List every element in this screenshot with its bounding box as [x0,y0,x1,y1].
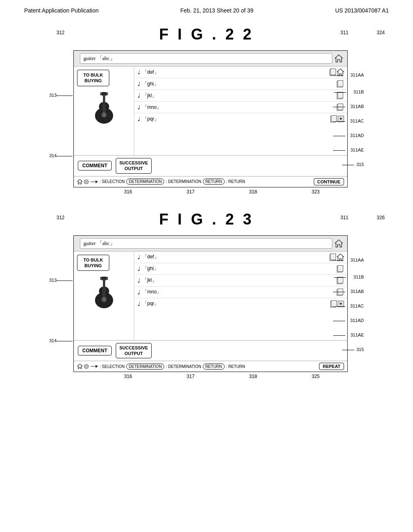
determination-box-22: DETERMINATION [126,179,164,185]
fig23-wrapper: guiter 「abc」 TO BULK BUYING [49,235,364,372]
song-item-22-2[interactable]: ♩ 「ghi」 [134,78,347,90]
ref-311AE-22: 311AE [350,148,364,152]
song-item-23-1[interactable]: ♩ 「def」 [134,251,347,263]
song-title-22-1: 「def」 [142,69,330,76]
song-item-23-2[interactable]: ♩ 「ghi」 [134,263,347,275]
bottom-panel-22: COMMENT SUCCESSIVE OUTPUT [74,155,347,176]
footer-det-label-23: : DETERMINATION [166,364,201,369]
ref-317-23: 317 [186,374,194,379]
disc-footer-icon-23 [83,364,89,369]
footer-selection-23: : SELECTION [100,364,125,369]
fig23-diagram: guiter 「abc」 TO BULK BUYING [73,235,348,372]
fig23-ref-326: 326 [377,215,385,220]
song-title-23-5: 「pqr」 [142,300,330,307]
ref-313-23: 313 [49,278,56,283]
fig22-ref-311: 311 [340,30,348,35]
song-item-22-5[interactable]: ♩ 「pqr」 ▼ [134,113,347,125]
ref-323-22: 323 [311,189,319,195]
svg-marker-39 [96,365,98,368]
svg-marker-19 [96,180,98,183]
ref-311AC-23: 311AC [350,303,364,308]
main-content-22: TO BULK BUYING [74,66,347,155]
song-title-23-3: 「jkl」 [142,277,337,284]
figure-23-block: 312 F I G . 2 3 311 326 guiter 「abc」 [24,211,389,380]
copy-icon-22-1 [330,69,336,76]
ref-316-23: 316 [124,374,132,379]
footer-ret-label-22: : RETURN [226,179,245,184]
svg-point-37 [86,366,87,367]
svg-marker-35 [77,364,82,369]
music-note-22-3: ♩ [138,92,140,99]
ref-311B-22: 311B [353,89,364,94]
song-item-23-4[interactable]: ♩ 「mno」 [134,287,347,298]
search-input-22[interactable]: guiter 「abc」 [80,53,332,64]
song-title-22-3: 「jkl」 [142,92,337,99]
ref-315-22: 315 [357,162,364,167]
music-note-23-3: ♩ [138,277,140,284]
successive-output-btn-23[interactable]: SUCCESSIVE OUTPUT [116,343,152,359]
footer-selection-22: : SELECTION [100,179,125,184]
bottom-panel-23: COMMENT SUCCESSIVE OUTPUT [74,340,347,361]
header-left: Patent Application Publication [24,7,98,14]
music-note-22-5: ♩ [138,116,140,122]
disc-footer-icon-22 [83,179,89,185]
song-item-22-4[interactable]: ♩ 「mno」 [134,102,347,113]
footer-det-label-22: : DETERMINATION [166,179,201,184]
footer-ret-label-23: : RETURN [226,364,245,369]
ref-311AC-22: 311AC [350,118,364,123]
repeat-btn-23[interactable]: REPEAT [319,363,344,370]
arrow-footer-icon-22 [90,179,98,184]
left-panel-23: TO BULK BUYING [74,251,134,340]
search-bar-row-23: guiter 「abc」 [74,236,347,251]
continue-btn-22[interactable]: CONTINUE [314,178,344,185]
home-icon-23 [334,239,343,248]
page-content: 312 F I G . 2 2 311 324 guiter 「abc」 [0,18,413,403]
svg-marker-34 [337,254,344,261]
search-bar-row-22: guiter 「abc」 [74,51,347,66]
song-title-23-1: 「def」 [142,254,330,260]
main-content-23: TO BULK BUYING [74,251,347,340]
ref-311AE-23: 311AE [350,332,364,337]
bulk-buying-btn-22[interactable]: TO BULK BUYING [77,70,109,86]
song-item-23-3[interactable]: ♩ 「jkl」 [134,275,347,287]
song-item-23-5[interactable]: ♩ 「pqr」 ▼ [134,298,347,310]
ref-314-22: 314 [49,153,56,158]
music-note-23-2: ♩ [138,266,140,272]
comment-btn-22[interactable]: COMMENT [78,161,112,170]
ref-315-23: 315 [357,347,364,352]
footer-icons-22 [77,179,98,185]
song-title-23-2: 「ghi」 [142,265,337,272]
home-icon-22 [334,54,343,63]
left-panel-22: TO BULK BUYING [74,66,134,155]
svg-rect-8 [106,92,108,94]
song-item-22-3[interactable]: ♩ 「jkl」 [134,90,347,102]
ref-318-23: 318 [249,374,257,379]
footer-row-23: : SELECTION DETERMINATION : DETERMINATIO… [74,361,347,372]
song-title-22-2: 「ghi」 [142,81,337,87]
ref-325-23: 325 [311,374,319,379]
search-input-23[interactable]: guiter 「abc」 [80,238,332,249]
header-right: US 2013/0047087 A1 [335,7,389,14]
ref-311AB-23: 311AB [350,289,364,294]
song-title-22-4: 「mno」 [142,104,337,111]
svg-rect-29 [106,278,108,280]
fig22-diagram: guiter 「abc」 TO BULK [73,50,348,187]
fig22-title: F I G . 2 2 [159,26,254,43]
comment-btn-23[interactable]: COMMENT [78,346,112,355]
arrow-footer-icon-23 [90,364,98,369]
copy-icon-23-3 [337,277,343,284]
svg-marker-14 [337,69,344,76]
bulk-buying-btn-23[interactable]: TO BULK BUYING [77,255,109,271]
home-footer-icon-22 [77,179,83,185]
ref-311AB-22: 311AB [350,104,364,109]
successive-output-btn-22[interactable]: SUCCESSIVE OUTPUT [116,158,152,174]
ref-311AD-23: 311AD [350,318,364,323]
page-header: Patent Application Publication Feb. 21, … [0,0,413,18]
song-item-22-1[interactable]: ♩ 「def」 [134,66,347,78]
figure-22-block: 312 F I G . 2 2 311 324 guiter 「abc」 [24,26,389,195]
ref-311AA-23: 311AA [350,258,364,262]
music-note-23-4: ♩ [138,289,140,295]
footer-row-22: : SELECTION DETERMINATION : DETERMINATIO… [74,176,347,187]
svg-point-36 [84,364,88,368]
music-note-23-1: ♩ [138,254,140,260]
